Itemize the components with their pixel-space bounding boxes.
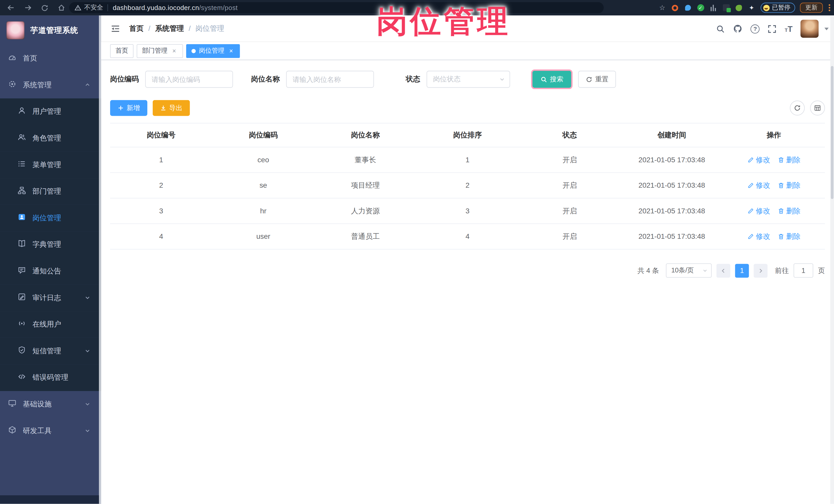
app-logo[interactable]: 芋道管理系统 (0, 16, 101, 45)
sidebar-item-label: 首页 (23, 54, 37, 63)
sidebar-item-label: 部门管理 (32, 187, 61, 196)
sidebar-scrollbar[interactable] (99, 16, 101, 504)
avatar-caret-icon[interactable] (825, 27, 829, 30)
browser-update-button[interactable]: 更新 (800, 3, 823, 13)
dashboard-icon (8, 53, 17, 64)
window-scrollbar[interactable] (830, 16, 834, 504)
add-button[interactable]: 新增 (110, 100, 147, 116)
chevron-down-icon (85, 426, 90, 436)
font-size-icon[interactable]: TT (785, 25, 792, 32)
post-code-input[interactable] (145, 71, 233, 88)
sidebar-item-audit-log[interactable]: 审计日志 (0, 285, 101, 311)
sidebar-item-devtools[interactable]: 研发工具 (0, 418, 101, 444)
search-button[interactable]: 搜索 (532, 71, 571, 88)
search-icon[interactable] (716, 24, 725, 33)
cell-created-time: 2021-01-05 17:03:48 (621, 147, 723, 172)
search-button-label: 搜索 (550, 75, 564, 84)
page-number-button[interactable]: 1 (735, 264, 749, 278)
table-header-row: 岗位编号 岗位编码 岗位名称 岗位排序 状态 创建时间 操作 (110, 124, 825, 147)
sidebar-item-depts[interactable]: 部门管理 (0, 178, 101, 205)
column-header: 创建时间 (621, 124, 723, 147)
edit-link[interactable]: 修改 (747, 180, 770, 190)
table-toolbar: 新增 导出 (110, 100, 825, 116)
cell-post-code: user (212, 224, 314, 249)
fullscreen-icon[interactable] (768, 24, 777, 33)
goto-label: 前往 (775, 266, 789, 275)
delete-link[interactable]: 删除 (777, 180, 800, 190)
sidebar-item-infra[interactable]: 基础设施 (0, 391, 101, 418)
browser-forward-icon[interactable] (24, 4, 32, 12)
sidebar-item-roles[interactable]: 角色管理 (0, 125, 101, 152)
refresh-button[interactable] (790, 101, 805, 115)
reset-button-label: 重置 (595, 75, 609, 84)
chevron-down-icon (702, 267, 708, 273)
tab-dept[interactable]: 部门管理 × (137, 44, 183, 58)
edit-link[interactable]: 修改 (747, 206, 770, 216)
bookmark-star-icon[interactable]: ☆ (658, 4, 666, 12)
status-select[interactable]: 岗位状态 (426, 71, 510, 88)
github-icon[interactable] (733, 24, 743, 34)
browser-back-icon[interactable] (7, 4, 15, 12)
reset-button[interactable]: 重置 (578, 71, 616, 88)
edit-link[interactable]: 修改 (747, 155, 770, 165)
sidebar-item-online-users[interactable]: 在线用户 (0, 311, 101, 338)
browser-reload-icon[interactable] (41, 4, 48, 12)
cell-post-name: 普通员工 (314, 224, 417, 249)
sidebar-item-system[interactable]: 系统管理 (0, 72, 101, 98)
sidebar-item-dict[interactable]: 字典管理 (0, 231, 101, 258)
close-icon[interactable]: × (171, 47, 178, 54)
next-page-button[interactable] (754, 264, 768, 278)
help-icon[interactable]: ? (751, 24, 760, 33)
page-size-select[interactable]: 10条/页 (666, 263, 711, 278)
post-name-input[interactable] (286, 71, 374, 88)
post-icon (18, 213, 26, 223)
sidebar-toggle-icon[interactable] (111, 24, 120, 33)
url-text[interactable]: dashboard.yudao.iocoder.cn/system/post (113, 4, 238, 12)
cell-post-status: 开启 (519, 224, 621, 249)
column-header: 岗位排序 (416, 124, 519, 147)
url-path: /system/post (199, 4, 238, 12)
shield-icon (18, 346, 26, 356)
extension-pin-icon[interactable] (684, 4, 692, 12)
sidebar-item-sms[interactable]: 短信管理 (0, 338, 101, 365)
breadcrumb-system[interactable]: 系统管理 (155, 24, 184, 33)
breadcrumb-home[interactable]: 首页 (129, 24, 144, 33)
cell-post-no: 4 (110, 224, 212, 249)
delete-link[interactable]: 删除 (777, 155, 800, 165)
announcement-icon (18, 266, 26, 277)
close-icon[interactable]: × (228, 47, 235, 54)
goto-page-input[interactable] (794, 263, 813, 278)
sidebar-item-notice[interactable]: 通知公告 (0, 258, 101, 285)
tab-post[interactable]: 岗位管理 × (186, 44, 240, 58)
scrollbar-thumb[interactable] (831, 66, 833, 199)
extension-columns-icon[interactable] (709, 4, 717, 12)
extension-dark-icon[interactable] (722, 4, 730, 12)
column-header: 状态 (519, 124, 621, 147)
sidebar-item-menus[interactable]: 菜单管理 (0, 152, 101, 178)
extension-sparkle-icon[interactable]: ✦ (747, 4, 755, 12)
paused-extension-badge[interactable]: 已暂停 (760, 3, 795, 13)
delete-link[interactable]: 删除 (777, 206, 800, 216)
filter-form: 岗位编码 岗位名称 状态 岗位状态 搜索 (110, 71, 825, 88)
address-bar[interactable]: 不安全 dashboard.yudao.iocoder.cn/system/po… (69, 2, 603, 13)
extension-check-icon[interactable]: ✓ (697, 4, 704, 12)
add-button-label: 新增 (127, 104, 140, 112)
sidebar-item-error-codes[interactable]: 错误码管理 (0, 364, 101, 391)
extension-orange-icon[interactable] (671, 4, 679, 12)
sidebar: 芋道管理系统 首页 系统管理 用户管理 角色管理 (0, 16, 101, 504)
delete-link[interactable]: 删除 (777, 232, 800, 241)
sidebar-item-home[interactable]: 首页 (0, 45, 101, 72)
not-secure-label[interactable]: 不安全 (84, 3, 103, 12)
prev-page-button[interactable] (717, 264, 730, 278)
browser-menu-icon[interactable] (828, 4, 831, 11)
browser-home-icon[interactable] (58, 4, 65, 12)
sidebar-item-posts[interactable]: 岗位管理 (0, 205, 101, 232)
column-settings-button[interactable] (810, 101, 825, 115)
paused-label: 已暂停 (772, 4, 790, 12)
export-button[interactable]: 导出 (153, 100, 190, 116)
user-avatar[interactable] (800, 20, 818, 38)
edit-link[interactable]: 修改 (747, 232, 770, 241)
tab-home[interactable]: 首页 (110, 44, 133, 58)
sidebar-item-users[interactable]: 用户管理 (0, 98, 101, 125)
extension-sprout-icon[interactable] (735, 4, 743, 12)
